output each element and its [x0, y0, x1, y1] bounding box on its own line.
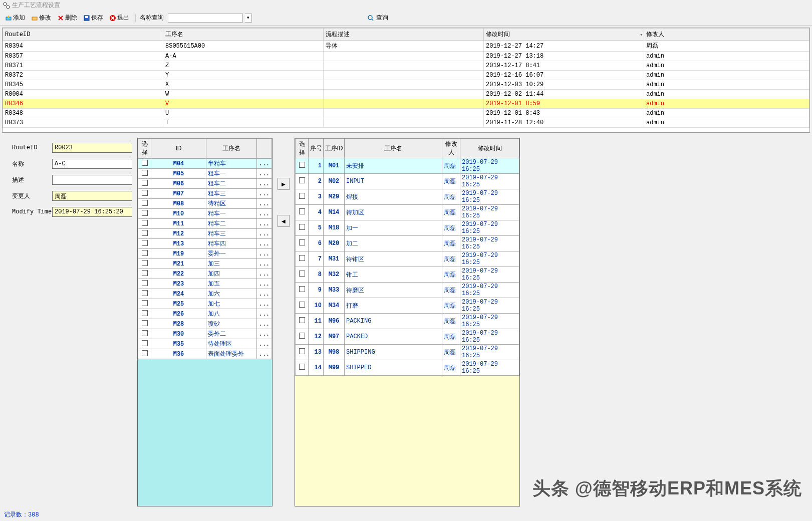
- checkbox[interactable]: [138, 179, 151, 189]
- more-button[interactable]: ...: [257, 329, 272, 339]
- route-grid[interactable]: RouteID工序名流程描述修改时间▾修改人 R03948S055615A00导…: [2, 28, 810, 133]
- list-item[interactable]: M19委外一...: [138, 249, 272, 259]
- checkbox[interactable]: [296, 236, 309, 251]
- checkbox[interactable]: [138, 269, 151, 279]
- move-right-button[interactable]: ▶: [278, 178, 290, 190]
- list-item[interactable]: 8M32钳工周磊2019-07-29 16:25: [296, 267, 519, 283]
- list-item[interactable]: 12M97PACKED周磊2019-07-29 16:25: [296, 329, 519, 345]
- table-row[interactable]: R0372Y2019-12-16 16:07admin: [3, 71, 809, 80]
- list-item[interactable]: M10精车一...: [138, 209, 272, 219]
- list-item[interactable]: M21加三...: [138, 259, 272, 269]
- more-button[interactable]: ...: [257, 229, 272, 239]
- checkbox[interactable]: [296, 205, 309, 220]
- list-item[interactable]: M24加六...: [138, 289, 272, 299]
- more-button[interactable]: ...: [257, 169, 272, 179]
- more-button[interactable]: ...: [257, 269, 272, 279]
- column-header[interactable]: [257, 139, 272, 158]
- checkbox[interactable]: [296, 251, 309, 267]
- more-button[interactable]: ...: [257, 249, 272, 259]
- checkbox[interactable]: [138, 169, 151, 179]
- column-header[interactable]: 修改时间▾: [484, 29, 644, 41]
- checkbox[interactable]: [296, 360, 309, 376]
- checkbox[interactable]: [296, 283, 309, 298]
- list-item[interactable]: M23加五...: [138, 279, 272, 289]
- more-button[interactable]: ...: [257, 239, 272, 249]
- list-item[interactable]: 9M33待磨区周磊2019-07-29 16:25: [296, 283, 519, 298]
- column-header[interactable]: 工序名: [345, 139, 442, 158]
- checkbox[interactable]: [138, 209, 151, 219]
- table-row[interactable]: R03948S055615A00导体2019-12-27 14:27周磊: [3, 41, 809, 52]
- list-item[interactable]: M28喷砂...: [138, 319, 272, 329]
- more-button[interactable]: ...: [257, 279, 272, 289]
- table-row[interactable]: R0345X2019-12-03 10:29admin: [3, 80, 809, 90]
- checkbox[interactable]: [296, 174, 309, 189]
- query-button[interactable]: 查询: [364, 13, 391, 23]
- column-header[interactable]: RouteID: [3, 29, 163, 41]
- list-item[interactable]: M36表面处理委外...: [138, 349, 272, 359]
- checkbox[interactable]: [138, 319, 151, 329]
- list-item[interactable]: 7M31待钳区周磊2019-07-29 16:25: [296, 251, 519, 267]
- checkbox[interactable]: [138, 219, 151, 229]
- available-processes-grid[interactable]: 选择ID工序名 M04半精车...M05粗车一...M06粗车二...M07粗车…: [137, 138, 273, 506]
- column-header[interactable]: 工序名: [163, 29, 324, 41]
- more-button[interactable]: ...: [257, 209, 272, 219]
- list-item[interactable]: 4M14待加区周磊2019-07-29 16:25: [296, 205, 519, 220]
- desc-field[interactable]: [52, 175, 132, 185]
- list-item[interactable]: 2M02INPUT周磊2019-07-29 16:25: [296, 174, 519, 189]
- table-row[interactable]: R0357A-A2019-12-27 13:18admin: [3, 52, 809, 61]
- user-field[interactable]: 周磊: [52, 191, 132, 201]
- checkbox[interactable]: [296, 314, 309, 329]
- checkbox[interactable]: [138, 199, 151, 209]
- more-button[interactable]: ...: [257, 159, 272, 169]
- list-item[interactable]: 6M20加二周磊2019-07-29 16:25: [296, 236, 519, 251]
- list-item[interactable]: M25加七...: [138, 299, 272, 309]
- column-header[interactable]: ID: [151, 139, 206, 158]
- more-button[interactable]: ...: [257, 289, 272, 299]
- list-item[interactable]: M22加四...: [138, 269, 272, 279]
- checkbox[interactable]: [296, 267, 309, 283]
- move-left-button[interactable]: ◀: [278, 215, 290, 227]
- list-item[interactable]: 14M99SHIPPED周磊2019-07-29 16:25: [296, 360, 519, 376]
- more-button[interactable]: ...: [257, 219, 272, 229]
- list-item[interactable]: 13M98SHIPPING周磊2019-07-29 16:25: [296, 345, 519, 360]
- list-item[interactable]: 10M34打磨周磊2019-07-29 16:25: [296, 298, 519, 314]
- checkbox[interactable]: [138, 309, 151, 319]
- more-button[interactable]: ...: [257, 259, 272, 269]
- list-item[interactable]: M13精车四...: [138, 239, 272, 249]
- checkbox[interactable]: [138, 289, 151, 299]
- checkbox[interactable]: [296, 220, 309, 236]
- list-item[interactable]: M07粗车三...: [138, 189, 272, 199]
- list-item[interactable]: M08待精区...: [138, 199, 272, 209]
- checkbox[interactable]: [296, 158, 309, 174]
- more-button[interactable]: ...: [257, 309, 272, 319]
- more-button[interactable]: ...: [257, 299, 272, 309]
- column-header[interactable]: 选择: [296, 139, 309, 158]
- more-button[interactable]: ...: [257, 179, 272, 189]
- checkbox[interactable]: [296, 329, 309, 345]
- delete-button[interactable]: 删除: [55, 13, 79, 23]
- list-item[interactable]: M35待处理区...: [138, 339, 272, 349]
- column-header[interactable]: 工序ID: [324, 139, 345, 158]
- list-item[interactable]: 5M18加一周磊2019-07-29 16:25: [296, 220, 519, 236]
- column-header[interactable]: 序号: [309, 139, 324, 158]
- checkbox[interactable]: [138, 189, 151, 199]
- checkbox[interactable]: [296, 189, 309, 205]
- checkbox[interactable]: [138, 329, 151, 339]
- assigned-processes-grid[interactable]: 选择序号工序ID工序名修改人修改时间1M01未安排周磊2019-07-29 16…: [295, 138, 520, 506]
- checkbox[interactable]: [296, 345, 309, 360]
- save-button[interactable]: 保存: [81, 13, 105, 23]
- column-header[interactable]: 工序名: [206, 139, 257, 158]
- checkbox[interactable]: [138, 339, 151, 349]
- table-row[interactable]: R0371Z2019-12-17 8:41admin: [3, 61, 809, 71]
- column-header[interactable]: 修改人: [644, 29, 809, 41]
- checkbox[interactable]: [138, 249, 151, 259]
- list-item[interactable]: M05粗车一...: [138, 169, 272, 179]
- name-field[interactable]: A-C: [52, 159, 132, 169]
- table-row[interactable]: R0346V2019-12-01 8:59admin: [3, 99, 809, 109]
- column-header[interactable]: 选择: [138, 139, 151, 158]
- list-item[interactable]: M06粗车二...: [138, 179, 272, 189]
- add-button[interactable]: 添加: [3, 13, 27, 23]
- column-header[interactable]: 修改人: [442, 139, 460, 158]
- list-item[interactable]: M04半精车...: [138, 159, 272, 169]
- checkbox[interactable]: [138, 229, 151, 239]
